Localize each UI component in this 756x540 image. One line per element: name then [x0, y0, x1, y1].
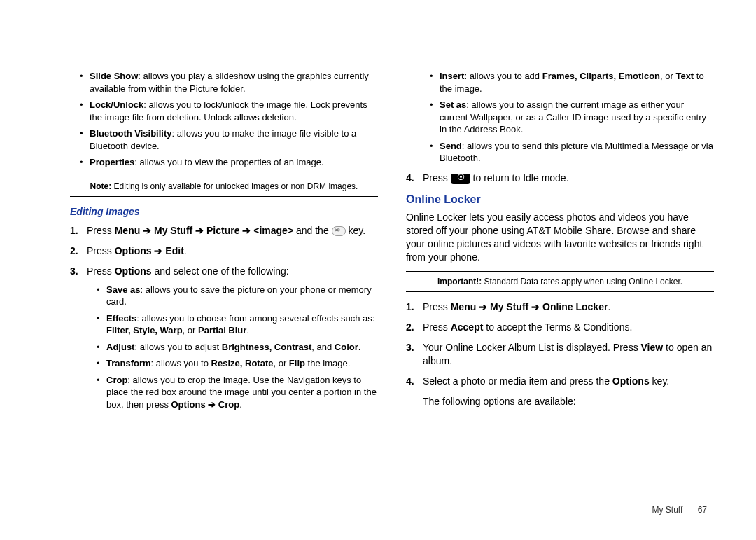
list-item: Set as: allows you to assign the current…: [433, 99, 714, 136]
footer-section: My Stuff: [652, 505, 683, 515]
list-item: 3. Press Options and select one of the f…: [87, 265, 378, 411]
editing-steps: 1. Press Menu ➔ My Stuff ➔ Picture ➔ <im…: [70, 224, 378, 411]
options-available-text: The following options are available:: [423, 395, 714, 408]
list-item: 4. Press to return to Idle mode.: [423, 172, 714, 185]
end-key-icon: [451, 174, 470, 184]
list-item: Bluetooth Visibility: allows you to make…: [83, 127, 378, 152]
list-item: Insert: allows you to add Frames, Clipar…: [433, 70, 714, 95]
list-item: Send: allows you to send this picture vi…: [433, 140, 714, 165]
list-item: 2. Press Options ➔ Edit.: [87, 244, 378, 258]
page-number: 67: [698, 505, 707, 515]
edit-options-bullets: Save as: allows you to save the picture …: [87, 284, 378, 411]
online-locker-intro: Online Locker lets you easily access pho…: [406, 211, 714, 264]
list-item: 1. Press Menu ➔ My Stuff ➔ Picture ➔ <im…: [87, 224, 378, 237]
feature-bullets-left: Slide Show: allows you play a slideshow …: [70, 70, 378, 169]
heading-online-locker: Online Locker: [406, 192, 714, 207]
list-item: Adjust: allows you to adjust Brightness,…: [99, 341, 378, 354]
list-item: 4.Select a photo or media item and press…: [423, 375, 714, 408]
left-column: Slide Show: allows you play a slideshow …: [70, 70, 378, 519]
list-item: Transform: allows you to Resize, Rotate,…: [99, 357, 378, 370]
list-item: Properties: allows you to view the prope…: [83, 156, 378, 169]
list-item: Slide Show: allows you play a slideshow …: [83, 70, 378, 95]
page-footer: My Stuff 67: [652, 505, 708, 515]
select-key-icon: [332, 226, 346, 236]
online-locker-steps: 1.Press Menu ➔ My Stuff ➔ Online Locker.…: [406, 300, 714, 408]
list-item: Lock/Unlock: allows you to lock/unlock t…: [83, 99, 378, 123]
note-box: Note: Editing is only available for unlo…: [70, 176, 378, 197]
list-item: 2.Press Accept to accept the Terms & Con…: [423, 321, 714, 334]
important-box: Important!: Standard Data rates apply wh…: [406, 271, 714, 292]
right-column: Insert: allows you to add Frames, Clipar…: [406, 70, 714, 519]
return-step: 4. Press to return to Idle mode.: [406, 172, 714, 185]
list-item: Effects: allows you to choose from among…: [99, 312, 378, 337]
feature-bullets-right: Insert: allows you to add Frames, Clipar…: [406, 70, 714, 165]
list-item: 1.Press Menu ➔ My Stuff ➔ Online Locker.: [423, 300, 714, 314]
subheading-editing-images: Editing Images: [70, 205, 378, 219]
list-item: Crop: allows you to crop the image. Use …: [99, 374, 378, 411]
document-page: Slide Show: allows you play a slideshow …: [0, 0, 756, 540]
list-item: Save as: allows you to save the picture …: [99, 284, 378, 308]
list-item: 3.Your Online Locker Album List is displ…: [423, 341, 714, 368]
